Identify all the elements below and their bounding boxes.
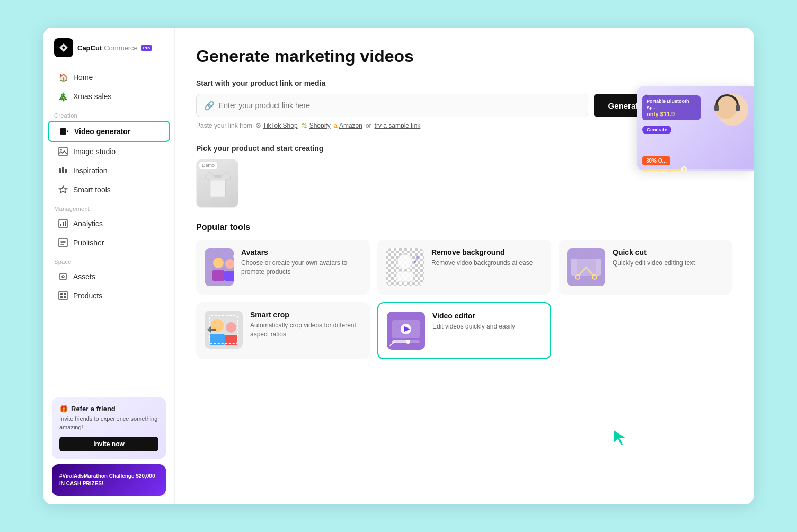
tiktokshop-link[interactable]: TikTok Shop [263, 122, 298, 129]
svg-rect-24 [224, 271, 234, 281]
promo-text: #ViralAdsMarathon Challenge $20,000 IN C… [59, 473, 158, 487]
video-editor-info: Video editor Edit videos quickly and eas… [432, 312, 515, 331]
avatar-icon-box [205, 248, 234, 286]
main-content: Generate marketing videos Start with you… [175, 28, 754, 504]
tools-label: Popular tools [196, 223, 732, 232]
sidebar-item-image-studio[interactable]: Image studio [48, 142, 170, 161]
product-link-input[interactable] [219, 101, 580, 110]
svg-marker-2 [67, 130, 68, 133]
tools-grid: Avatars Choose or create your own avatar… [196, 240, 732, 359]
cursor-arrow [609, 425, 631, 449]
tool-card-video-editor[interactable]: Video editor Edit videos quickly and eas… [377, 302, 551, 359]
amazon-link[interactable]: Amazon [339, 122, 362, 129]
tool-card-avatars[interactable]: Avatars Choose or create your own avatar… [196, 240, 370, 295]
publisher-icon [58, 238, 68, 247]
svg-point-29 [414, 261, 416, 263]
svg-rect-1 [60, 128, 66, 135]
sidebar-item-xmas[interactable]: 🎄 Xmas sales [48, 87, 170, 106]
sidebar-item-products[interactable]: Products [48, 286, 170, 305]
preview-title: Portable Bluetooth Sp... [647, 99, 696, 111]
logo-area: CapCut Commerce Pro [43, 38, 174, 68]
section-creation-label: Creation [43, 106, 174, 121]
section-space-label: Space [43, 252, 174, 267]
product-card-shirt[interactable]: Demo [196, 159, 238, 208]
svg-rect-19 [210, 180, 225, 197]
svg-rect-16 [64, 293, 66, 295]
home-icon: 🏠 [58, 73, 68, 82]
progress-handle [681, 166, 687, 171]
tool-card-quick-cut[interactable]: Quick cut Quickly edit video editing tex… [559, 240, 732, 295]
sidebar-item-smart-tools[interactable]: Smart tools [48, 180, 170, 199]
sidebar-item-video-generator[interactable]: Video generator [48, 121, 170, 142]
assets-icon [58, 272, 68, 281]
svg-rect-17 [60, 296, 63, 298]
app-window: CapCut Commerce Pro 🏠 Home 🎄 Xmas sales … [43, 28, 754, 504]
floating-preview-card: ✦ ✦ Portabl [637, 86, 754, 171]
discount-badge: 30% O... [642, 156, 670, 165]
svg-rect-18 [64, 296, 66, 298]
svg-rect-10 [63, 222, 64, 226]
demo-badge: Demo [199, 162, 218, 169]
video-icon [59, 127, 69, 136]
smart-icon [58, 185, 68, 194]
svg-point-21 [213, 258, 224, 268]
progress-bar-bg [637, 169, 754, 171]
analytics-icon [58, 219, 68, 228]
svg-rect-14 [59, 291, 67, 300]
svg-point-4 [60, 149, 62, 151]
svg-rect-32 [571, 259, 577, 276]
smart-crop-icon-box [205, 311, 243, 349]
sidebar-item-assets[interactable]: Assets [48, 267, 170, 286]
page-title: Generate marketing videos [196, 47, 732, 66]
tool-card-remove-bg[interactable]: Remove background Remove video backgroun… [377, 240, 551, 295]
sidebar-bottom: 🎁 Refer a friend Invite friends to exper… [43, 389, 174, 504]
sample-link[interactable]: try a sample link [375, 122, 421, 129]
product-link-input-wrap: 🔗 [196, 94, 588, 117]
preview-price: only $11.9 [647, 111, 696, 117]
image-icon [58, 147, 68, 156]
quick-cut-icon-box [567, 248, 605, 286]
refer-card: 🎁 Refer a friend Invite friends to exper… [52, 397, 166, 459]
progress-bar-fill [637, 169, 684, 171]
promo-card[interactable]: #ViralAdsMarathon Challenge $20,000 IN C… [52, 464, 166, 496]
svg-rect-47 [392, 340, 408, 343]
invite-now-button[interactable]: Invite now [59, 437, 158, 451]
link-icon: 🔗 [204, 101, 215, 111]
svg-rect-9 [60, 224, 61, 226]
video-editor-icon-box [387, 312, 425, 350]
sidebar-item-analytics[interactable]: Analytics [48, 214, 170, 233]
svg-rect-15 [60, 293, 63, 295]
svg-point-13 [62, 276, 64, 278]
svg-rect-27 [396, 271, 413, 282]
preview-generate-wrap: Generate [642, 123, 748, 134]
sidebar-item-publisher[interactable]: Publisher [48, 233, 170, 252]
svg-rect-11 [65, 221, 66, 226]
quick-cut-info: Quick cut Quickly edit video editing tex… [613, 248, 695, 268]
tool-card-smart-crop[interactable]: Smart crop Automatically crop videos for… [196, 302, 370, 359]
avatars-info: Avatars Choose or create your own avatar… [241, 248, 361, 277]
logo-text: CapCut Commerce Pro [77, 44, 152, 52]
floating-preview-inner: ✦ ✦ Portabl [637, 86, 754, 171]
sidebar-item-inspiration[interactable]: Inspiration [48, 161, 170, 180]
sidebar-item-home[interactable]: 🏠 Home [48, 68, 170, 87]
svg-point-39 [226, 322, 236, 333]
refer-desc: Invite friends to experience something a… [59, 415, 158, 431]
refer-title: 🎁 Refer a friend [59, 405, 158, 413]
svg-rect-22 [212, 270, 225, 281]
svg-rect-5 [59, 168, 61, 173]
remove-bg-info: Remove background Remove video backgroun… [431, 248, 533, 268]
capcut-logo-icon [54, 38, 73, 57]
smart-crop-info: Smart crop Automatically crop videos for… [250, 311, 361, 339]
svg-rect-7 [65, 169, 67, 173]
remove-bg-icon-box [386, 248, 424, 286]
svg-rect-33 [596, 259, 601, 276]
shopify-link[interactable]: Shopify [309, 122, 331, 129]
preview-overlay: Portable Bluetooth Sp... only $11.9 [642, 95, 748, 120]
tree-icon: 🎄 [58, 92, 68, 101]
section-management-label: Management [43, 199, 174, 214]
svg-rect-6 [62, 167, 64, 173]
preview-generate-badge[interactable]: Generate [642, 126, 671, 134]
svg-point-48 [406, 340, 410, 344]
svg-rect-3 [59, 147, 67, 156]
products-icon [58, 291, 68, 300]
